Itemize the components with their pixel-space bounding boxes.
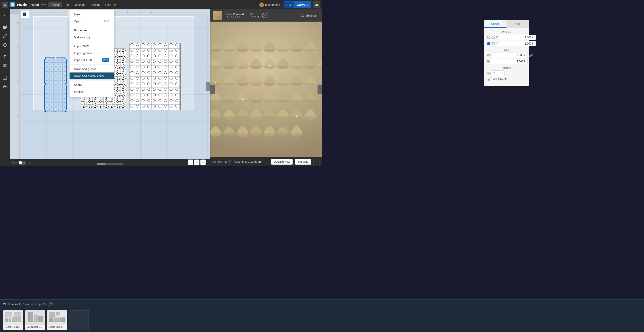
topbar: X 📄 Puzzle_Project ☆ ▾ Project Edit Mach… [0, 0, 322, 10]
canvas-grid[interactable]: › [20, 14, 210, 159]
estimate-more-button[interactable]: ⋮ [314, 159, 320, 165]
ruler-num-2: 2 [53, 12, 54, 14]
unit-toggle: inch mm [12, 161, 32, 165]
menu-properties-label: Properties [74, 29, 87, 32]
nav-edit[interactable]: Edit [62, 2, 72, 8]
ruler-num-12: 12 [174, 12, 176, 14]
settings-bar: Birch Plywood 12 × 8 × 0.5 in Bit 1/32 i… [210, 10, 322, 22]
estimate-info-icon[interactable]: i [228, 160, 232, 164]
nav-project[interactable]: Project [48, 2, 62, 8]
sidebar-circle[interactable] [1, 41, 9, 49]
expand-button[interactable]: ⇄ [313, 1, 320, 8]
zoom-home[interactable]: ⌂ [200, 160, 206, 165]
svg-marker-5 [5, 25, 7, 27]
ruler-y-7: 7 [18, 33, 18, 36]
menu-new[interactable]: New [70, 11, 114, 18]
svg-rect-9 [23, 13, 24, 14]
nav-toolbox[interactable]: Toolbox [88, 2, 103, 8]
sidebar-import[interactable] [1, 74, 9, 82]
roughing-time: Roughing: 9-11 hours [234, 160, 262, 163]
nav-machine[interactable]: Machine [72, 2, 88, 8]
bit-info: Bit 1/32 in [250, 13, 259, 19]
svg-text:X: X [4, 4, 6, 6]
carve-button[interactable]: PRO Carve... [284, 1, 311, 8]
ruler-y-5: 5 [18, 57, 18, 59]
menu-publish[interactable]: Publish [70, 88, 114, 95]
project-name: Puzzle_Project [17, 3, 39, 7]
svg-rect-12 [25, 14, 26, 16]
menu-copy-label: Make a copy [74, 36, 90, 39]
menu-import-stl[interactable]: Import 3D STL PRO [70, 57, 114, 64]
inventables-link[interactable]: 🔷 Inventables [258, 2, 282, 8]
scroll-bar[interactable] [96, 163, 124, 165]
selected-puzzle-svg [45, 58, 67, 112]
collapse-preview-left[interactable]: ‹‹ [210, 85, 215, 94]
material-name: Birch Plywood [226, 13, 244, 16]
add-bit-button[interactable]: + [262, 13, 268, 18]
ruler-num-7: 7 [114, 12, 116, 14]
menu-import-gcode-label: Import g-code [74, 52, 92, 55]
unit-toggle-track[interactable] [18, 161, 26, 165]
separator-4 [70, 80, 114, 81]
sidebar-pen[interactable] [1, 32, 9, 40]
ruler-top: 1 2 3 4 5 6 7 8 9 10 11 12 [20, 10, 210, 14]
sidebar-shapes[interactable] [1, 23, 9, 31]
svg-point-92 [242, 98, 244, 100]
carve-label: Carve... [294, 1, 311, 8]
toolbar-grid[interactable] [21, 10, 29, 18]
svg-point-94 [296, 115, 298, 117]
ruler-y-1: 1 [18, 103, 18, 105]
menu-properties[interactable]: Properties [70, 27, 114, 34]
sidebar-apps[interactable]: ⌘ [1, 62, 9, 70]
zoom-minus[interactable]: − [188, 160, 193, 165]
detailed-view-button[interactable]: Detailed view [271, 159, 293, 165]
separator-2 [70, 42, 114, 42]
menu-download-gcode[interactable]: Download g-code [70, 66, 114, 73]
ruler-num-8: 8 [127, 12, 128, 14]
sidebar-collapse[interactable]: ▲ [1, 11, 9, 19]
menu-open[interactable]: Open ⌘ O [70, 18, 114, 25]
collapse-right-btn[interactable]: › [206, 82, 210, 91]
menu-import-svg[interactable]: Import SVG [70, 43, 114, 50]
zoom-plus[interactable]: + [194, 160, 200, 165]
collapse-preview-right[interactable]: › [318, 85, 322, 94]
menu-share-label: Share [74, 83, 82, 87]
selection-box[interactable] [44, 58, 67, 111]
menu-download-zip[interactable]: Download project (ZIP) [70, 73, 114, 79]
svg-rect-27 [45, 58, 67, 112]
pro-badge: PRO [284, 2, 294, 8]
zoom-controls: − + ⌂ [188, 160, 206, 165]
svg-point-95 [268, 65, 270, 67]
material-size: 12 × 8 × 0.5 in [226, 16, 244, 19]
menu-import-stl-label: Import 3D STL [74, 58, 93, 62]
main-layout: ▲ T ⌘ [0, 10, 322, 166]
title-caret[interactable]: ▾ [44, 3, 46, 6]
estimate-text: ESTIMATE [212, 160, 227, 163]
top-nav: Project Edit Machine Toolbox Help [48, 2, 116, 8]
cut-settings-button[interactable]: Cut Settings [298, 13, 319, 19]
simulate-button[interactable]: Simulate [295, 159, 311, 165]
menu-publish-label: Publish [74, 90, 84, 94]
star-icon[interactable]: ☆ [40, 3, 43, 6]
bit-label: Bit [250, 13, 259, 15]
menu-make-copy[interactable]: Make a copy [70, 34, 114, 41]
svg-rect-33 [129, 43, 181, 110]
nav-help[interactable]: Help [103, 2, 114, 8]
estimate-label: ESTIMATE i [212, 160, 232, 164]
ruler-y-0: 0 [18, 115, 18, 117]
ruler-num-11: 11 [162, 12, 164, 14]
ruler-left: 8 7 6 5 4 3 2 1 0 [10, 14, 20, 159]
sidebar-text[interactable]: T [1, 53, 9, 61]
ruler-num-9: 9 [139, 12, 140, 14]
menu-share[interactable]: Share [70, 81, 114, 88]
bit-size: 1/32 in [250, 15, 259, 19]
svg-point-93 [214, 82, 216, 84]
3d-preview-svg [210, 22, 322, 157]
canvas-toolbar [21, 10, 29, 18]
sidebar-box[interactable] [1, 83, 9, 91]
project-title: Puzzle_Project ☆ ▾ [17, 3, 46, 7]
svg-marker-4 [3, 25, 5, 27]
material-thumbnail [213, 11, 222, 20]
menu-import-gcode[interactable]: Import g-code [70, 50, 114, 57]
svg-rect-10 [25, 13, 26, 14]
